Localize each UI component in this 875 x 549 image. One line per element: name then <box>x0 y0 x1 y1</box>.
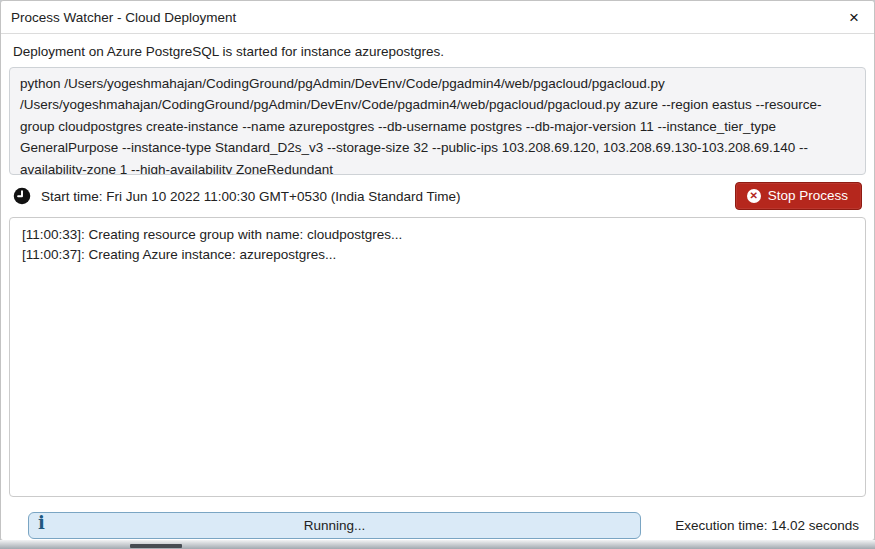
dialog-footer: i Running... Execution time: 14.02 secon… <box>13 512 862 539</box>
dialog-title: Process Watcher - Cloud Deployment <box>11 10 236 25</box>
start-time-text: Start time: Fri Jun 10 2022 11:00:30 GMT… <box>41 189 461 204</box>
process-watcher-dialog: Process Watcher - Cloud Deployment × Dep… <box>0 0 875 541</box>
background-page-fragment <box>130 544 182 548</box>
dialog-body: Deployment on Azure PostgreSQL is starte… <box>1 44 874 539</box>
stop-process-label: Stop Process <box>768 188 848 203</box>
log-line: [11:00:37]: Creating Azure instance: azu… <box>22 245 853 265</box>
running-status-text: Running... <box>304 518 366 533</box>
running-status-badge: i Running... <box>28 512 641 539</box>
close-icon[interactable]: × <box>847 9 861 26</box>
stop-process-button[interactable]: ✕ Stop Process <box>735 182 862 210</box>
deployment-message: Deployment on Azure PostgreSQL is starte… <box>13 44 862 59</box>
process-output-log[interactable]: [11:00:33]: Creating resource group with… <box>9 217 866 497</box>
log-line: [11:00:33]: Creating resource group with… <box>22 225 853 245</box>
dialog-header: Process Watcher - Cloud Deployment × <box>1 1 874 34</box>
clock-icon <box>13 187 31 205</box>
stop-circle-x-icon: ✕ <box>747 189 761 203</box>
command-text-box: python /Users/yogeshmahajan/CodingGround… <box>9 67 866 175</box>
info-icon: i <box>38 512 45 533</box>
execution-time-text: Execution time: 14.02 seconds <box>675 518 862 533</box>
status-row: Start time: Fri Jun 10 2022 11:00:30 GMT… <box>13 181 862 211</box>
